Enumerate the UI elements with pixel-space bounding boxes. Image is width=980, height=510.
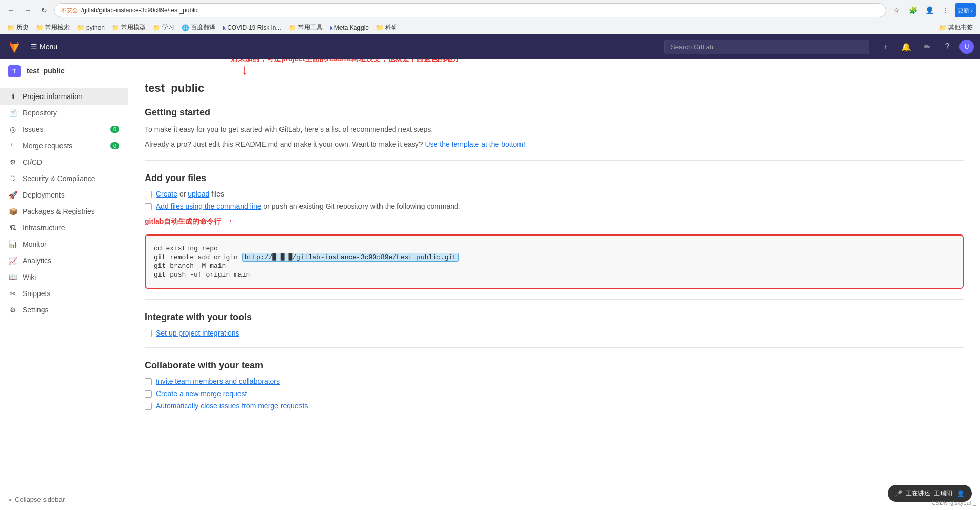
bookmark-python[interactable]: 📁 python	[74, 23, 108, 32]
getting-started-desc2: Already a pro? Just edit this README.md …	[145, 139, 964, 150]
notifications-button[interactable]: 🔔	[898, 38, 914, 55]
search-container	[664, 40, 869, 54]
sidebar-item-issues[interactable]: ◎ Issues 0	[0, 121, 128, 138]
checklist-text-1: Create or upload files	[156, 190, 224, 198]
main-content: 后来加的，可是project里面的readme网址没变，也就是下面蓝色的地方 ↓…	[128, 59, 980, 509]
sidebar-item-infrastructure[interactable]: 🏗 Infrastructure	[0, 220, 128, 236]
sidebar-item-label: Repository	[23, 109, 119, 117]
checkbox-integrate[interactable]	[145, 330, 152, 337]
sidebar-item-snippets[interactable]: ✂ Snippets	[0, 285, 128, 302]
plus-button[interactable]: ＋	[877, 38, 894, 55]
sidebar-item-security[interactable]: 🛡 Security & Compliance	[0, 170, 128, 187]
monitor-icon: 📊	[8, 240, 17, 248]
bookmark-icon: 🌐	[182, 24, 189, 31]
sidebar-item-wiki[interactable]: 📖 Wiki	[0, 269, 128, 285]
wiki-icon: 📖	[8, 273, 17, 281]
help-button[interactable]: ?	[939, 38, 955, 55]
gitlab-logo[interactable]	[6, 38, 23, 55]
csdn-badge: CSDN @skyeah_	[932, 500, 976, 506]
bookmark-icon: 📁	[36, 24, 44, 31]
merge-link[interactable]: Create a new merge request	[156, 389, 247, 398]
checkbox-invite[interactable]	[145, 378, 152, 385]
security-warning: 不安全	[61, 7, 78, 14]
bookmark-study[interactable]: 📁 学习	[150, 22, 177, 33]
checkbox-close[interactable]	[145, 403, 152, 410]
avatar[interactable]: U	[959, 40, 974, 54]
back-button[interactable]: ←	[4, 3, 18, 17]
deployments-icon: 🚀	[8, 191, 17, 199]
checkbox-2[interactable]	[145, 203, 152, 210]
collapse-sidebar-button[interactable]: « Collapse sidebar	[0, 489, 128, 509]
update-button[interactable]: 更新 ›	[955, 3, 976, 17]
bookmark-common-tools[interactable]: 📁 常用工具	[286, 22, 326, 33]
sidebar-item-monitor[interactable]: 📊 Monitor	[0, 236, 128, 252]
code-block: cd existing_repo git remote add origin h…	[145, 234, 964, 289]
profile-button[interactable]: 👤	[922, 3, 936, 17]
bookmark-other[interactable]: 📁 其他书签	[936, 22, 976, 33]
code-url-highlight: http://█ █ █/gitlab-instance-3c90c89e/te…	[242, 253, 459, 262]
topnav-actions: ＋ 🔔 ✏ ? U	[877, 38, 974, 55]
divider-2	[145, 299, 964, 300]
extensions-button[interactable]: 🧩	[906, 3, 920, 17]
upload-link[interactable]: upload	[188, 190, 209, 198]
browser-toolbar: ← → ↻ 不安全 /gitlab/gitlab-instance-3c90c8…	[0, 0, 980, 21]
sidebar-item-label: Deployments	[23, 191, 119, 199]
sidebar-item-label: CI/CD	[23, 158, 119, 166]
sidebar-item-label: Project information	[23, 92, 119, 101]
checklist-item-1: Create or upload files	[145, 190, 964, 198]
close-issues-link[interactable]: Automatically close issues from merge re…	[156, 402, 308, 410]
sidebar-item-merge-requests[interactable]: ⑂ Merge requests 0	[0, 138, 128, 154]
sidebar-item-deployments[interactable]: 🚀 Deployments	[0, 187, 128, 203]
bookmark-icon: 📁	[7, 24, 15, 31]
bookmark-common-search[interactable]: 📁 常用检索	[33, 22, 73, 33]
create-link[interactable]: Create	[156, 190, 177, 198]
integrate-link[interactable]: Set up project integrations	[156, 329, 239, 337]
more-button[interactable]: ⋮	[938, 3, 953, 17]
bookmark-history[interactable]: 📁 历史	[4, 22, 32, 33]
bookmark-meta-kaggle[interactable]: k Meta Kaggle	[327, 23, 372, 32]
star-button[interactable]: ☆	[889, 3, 904, 17]
sidebar-item-settings[interactable]: ⚙ Settings	[0, 302, 128, 318]
snippets-icon: ✂	[8, 289, 17, 298]
bookmark-covid[interactable]: k COVID-19 Risk In...	[219, 23, 284, 32]
search-input[interactable]	[664, 40, 869, 54]
sidebar-item-cicd[interactable]: ⚙ CI/CD	[0, 154, 128, 170]
merge-icon: ⑂	[8, 142, 17, 150]
address-bar[interactable]: 不安全 /gitlab/gitlab-instance-3c90c89e/tes…	[54, 3, 886, 17]
annotation-text-2: gitlab自动生成的命令行	[145, 217, 221, 226]
getting-started-desc1: To make it easy for you to get started w…	[145, 124, 964, 135]
checkbox-merge[interactable]	[145, 390, 152, 398]
forward-button[interactable]: →	[21, 3, 35, 17]
code-line-2: git remote add origin http://█ █ █/gitla…	[154, 253, 954, 261]
sidebar-item-packages[interactable]: 📦 Packages & Registries	[0, 203, 128, 220]
bookmark-icon: 📁	[153, 24, 161, 31]
bookmark-icon: 📁	[289, 24, 296, 31]
browser-chrome: ← → ↻ 不安全 /gitlab/gitlab-instance-3c90c8…	[0, 0, 980, 34]
menu-button[interactable]: ☰ Menu	[27, 41, 62, 53]
code-line-1: cd existing_repo	[154, 245, 954, 252]
sidebar-item-analytics[interactable]: 📈 Analytics	[0, 252, 128, 269]
commandline-link[interactable]: Add files using the command line	[156, 202, 261, 210]
bookmark-common-model[interactable]: 📁 常用模型	[109, 22, 149, 33]
bookmark-baidu-translate[interactable]: 🌐 百度翻译	[178, 22, 218, 33]
sidebar-item-repository[interactable]: 📄 Repository	[0, 105, 128, 121]
bookmark-icon: k	[330, 25, 333, 31]
security-icon: 🛡	[8, 174, 17, 183]
gitlab-app: ☰ Menu ＋ 🔔 ✏ ? U T test_public ℹ Project…	[0, 34, 980, 509]
annotation-container-1: 后来加的，可是project里面的readme网址没变，也就是下面蓝色的地方 ↓	[231, 59, 459, 75]
sidebar-item-label: Snippets	[23, 289, 119, 298]
code-line-4: git push -uf origin main	[154, 271, 954, 279]
voice-text: 正在讲述: 王瑞阳;	[906, 489, 954, 498]
project-name: test_public	[27, 67, 65, 75]
refresh-button[interactable]: ↻	[37, 3, 51, 17]
edit-button[interactable]: ✏	[918, 38, 935, 55]
info-icon: ℹ	[8, 92, 17, 101]
packages-icon: 📦	[8, 207, 17, 215]
invite-link[interactable]: Invite team members and collaborators	[156, 377, 280, 385]
bookmark-research[interactable]: 📁 科研	[373, 22, 401, 33]
bookmark-icon: 📁	[112, 24, 119, 31]
checkbox-1[interactable]	[145, 191, 152, 198]
sidebar-item-project-information[interactable]: ℹ Project information	[0, 88, 128, 105]
template-link[interactable]: Use the template at the bottom!	[425, 140, 525, 148]
browser-actions: ☆ 🧩 👤 ⋮ 更新 ›	[889, 3, 976, 17]
